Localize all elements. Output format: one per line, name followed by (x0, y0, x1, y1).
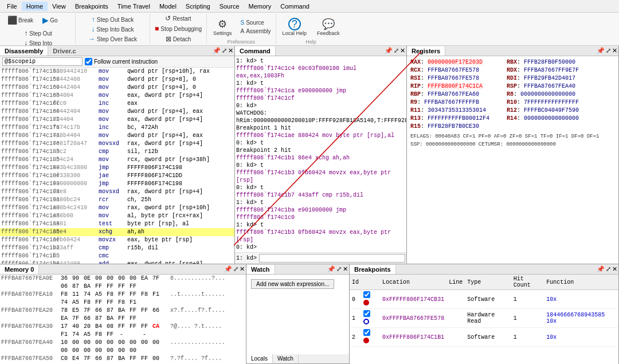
asm-row[interactable]: fffff806`f174c185 8b4c24 mov rcx, qword … (0, 156, 234, 164)
asm-row[interactable]: fffff806`f174c189 483b4c3800 jmp FFFFF80… (0, 164, 234, 172)
asm-row[interactable]: fffff806`f174c153 4889442410 mov qword p… (0, 68, 234, 76)
detach-btn[interactable]: ⊠ Detach (163, 34, 194, 44)
bp-popout-icon[interactable]: ⤢ (606, 265, 611, 273)
asm-row[interactable]: fffff806`f174c158 c7442408 mov dword ptr… (0, 76, 234, 84)
asm-row[interactable]: fffff806`f174c17a 488b4404 mov dword ptr… (0, 132, 234, 140)
menu-memory[interactable]: Memory (244, 2, 276, 11)
asm-row[interactable]: fffff806`f174c1ab 86e4 xchg ah,ah (0, 228, 234, 236)
asm-row[interactable]: fffff806`f174c193 e900000000 jmp FFFFF80… (0, 180, 234, 188)
step-out-back-btn[interactable]: ↑ Step Out Back (89, 15, 136, 24)
feedback-icon: 💬 (322, 18, 335, 30)
asm-row[interactable]: fffff806`f174c183 3bc2 cmp sil, r12b (0, 148, 234, 156)
cmd-line: 1: kd> t (236, 57, 405, 65)
locals-tab[interactable]: Locals (246, 354, 273, 363)
asm-row[interactable]: fffff806`f174c1ae 0fb60424 movzx eax, by… (0, 236, 234, 244)
asm-row[interactable]: fffff806`f174c19a 4880bc24 rcr ch, 25h (0, 196, 234, 204)
bp-tab[interactable]: Breakpoints (350, 265, 396, 274)
cmd-tab[interactable]: Command (235, 46, 276, 56)
feedback-btn[interactable]: 💬 Feedback (313, 16, 344, 38)
bp-close-icon[interactable]: ✕ (612, 265, 617, 273)
disasm-address-input[interactable] (2, 57, 83, 66)
add-watch-btn[interactable]: Add new watch expression... (251, 279, 334, 289)
go-button[interactable]: ▶ Go (38, 14, 61, 26)
asm-row[interactable]: fffff806`f174c1a8 8401 test byte ptr [rs… (0, 220, 234, 228)
disasm-popout-icon[interactable]: ⤢ (222, 47, 227, 54)
asm-row[interactable]: fffff806`f174c1a5 488b00 mov al, byte pt… (0, 212, 234, 220)
menu-model[interactable]: Model (155, 2, 181, 11)
asm-row[interactable]: fffff806`f174c176 f174c17b inc bc, 472Ah (0, 124, 234, 132)
asm-addr: fffff806`f174c198 (1, 188, 53, 196)
reg-item: RDI: FFFB29FB42D4017 (507, 75, 598, 83)
mem-byte: 66 (81, 315, 93, 323)
bp-enabled-check[interactable] (363, 291, 370, 298)
watch-tab[interactable]: Watch (246, 265, 275, 274)
bp-row[interactable]: 2 0xFFFFF806F174C1B1 Software 1 10x (350, 328, 618, 347)
mem-popout-icon[interactable]: ⤢ (233, 265, 238, 273)
asm-row[interactable]: fffff806`f174c16e 89442404 mov dword ptr… (0, 108, 234, 116)
menu-scripting[interactable]: Scripting (181, 2, 215, 11)
menu-breakpoints[interactable]: Breakpoints (70, 2, 113, 11)
disasm-tab[interactable]: Disassembly (0, 46, 48, 56)
assembly-btn[interactable]: A Assembly (238, 28, 273, 35)
step-over-back-btn[interactable]: → Step Over Back (86, 34, 139, 44)
asm-row[interactable]: fffff806`f174c1b2 443aff cmp r15b, dil (0, 244, 234, 252)
asm-row[interactable]: fffff806`f174c1a0 488b4c2410 mov rax, qw… (0, 204, 234, 212)
asm-addr: fffff806`f174c168 (1, 92, 53, 100)
menu-source[interactable]: Source (215, 2, 244, 11)
menu-home[interactable]: Home (22, 2, 48, 11)
disasm-pin-icon[interactable]: 📌 (213, 47, 221, 54)
disasm-tab-icons: 📌 ⤢ ✕ (211, 46, 234, 56)
watch-tab-item[interactable]: Watch (273, 354, 299, 363)
asm-row[interactable]: fffff806`f174c168 8b4004 mov eax, dword … (0, 92, 234, 100)
restart-btn[interactable]: ↺ Restart (163, 14, 193, 23)
reg-row: R9: FFFBA87667FFFFFBR10: 7FFFFFFFFFFFFFF… (410, 99, 615, 107)
reg-close-icon[interactable]: ✕ (612, 47, 617, 54)
bp-pin-icon[interactable]: 📌 (597, 265, 605, 273)
watch-close-icon[interactable]: ✕ (343, 265, 348, 273)
asm-row[interactable]: fffff806`f174c1b6 03442408 add eax, dwor… (0, 260, 234, 264)
asm-row[interactable]: fffff806`f174c18e 0f338300 jae FFFFF806F… (0, 172, 234, 180)
cmd-input[interactable] (259, 254, 405, 263)
asm-row[interactable]: fffff806`f174c198 d1e8 movsxd rax, dword… (0, 188, 234, 196)
mem-byte: 87 (104, 355, 116, 363)
menu-time-travel[interactable]: Time Travel (113, 2, 155, 11)
bp-type: Software (465, 328, 511, 347)
asm-row[interactable]: fffff806`f174c16c ffc0 inc eax (0, 100, 234, 108)
break-button[interactable]: ⬛ Break (3, 14, 37, 26)
menu-file[interactable]: File (2, 2, 22, 11)
asm-row[interactable]: fffff806`f174c17e 6681f20a47 movsxd rax,… (0, 140, 234, 148)
cmd-close-icon[interactable]: ✕ (400, 47, 405, 54)
asm-row[interactable]: fffff806`f174c1b5 f5 cmc (0, 252, 234, 260)
stop-debug-btn[interactable]: ■ Stop Debugging (152, 24, 204, 33)
step-out-btn[interactable]: ↑ Step Out (22, 29, 54, 38)
bp-enabled-check[interactable] (363, 310, 370, 317)
asm-row[interactable]: fffff806`f174c160 c7442404 mov dword ptr… (0, 84, 234, 92)
source-btn[interactable]: S Source (238, 19, 273, 26)
step-into-back-btn[interactable]: ↓ Step Into Back (89, 25, 136, 34)
bp-row[interactable]: 0 0xFFFFF806F174CB31 Software 1 10x (350, 290, 618, 309)
mem-tab[interactable]: Memory 0 (0, 265, 39, 274)
watch-popout-icon[interactable]: ⤢ (336, 265, 342, 273)
go-icon: ▶ (42, 15, 49, 25)
reg-popout-icon[interactable]: ⤢ (606, 47, 611, 54)
follow-checkbox[interactable] (85, 58, 92, 65)
menu-view[interactable]: View (48, 2, 70, 11)
bp-enabled-check[interactable] (363, 329, 370, 336)
watch-pin-icon[interactable]: 📌 (327, 265, 335, 273)
cmd-line: 1: kd> t (236, 221, 405, 229)
settings-btn[interactable]: ⚙ Settings (209, 16, 236, 38)
reg-tab[interactable]: Registers (407, 46, 445, 56)
menubar: File Home View Breakpoints Time Travel M… (0, 0, 619, 13)
menu-command[interactable]: Command (276, 2, 314, 11)
cmd-popout-icon[interactable]: ⤢ (394, 47, 399, 54)
reg-pin-icon[interactable]: 📌 (597, 47, 605, 54)
local-help-btn[interactable]: ? Local Help (279, 16, 311, 38)
asm-row[interactable]: fffff806`f174c172 8b4404 mov eax, dword … (0, 116, 234, 124)
mem-pin-icon[interactable]: 📌 (224, 265, 232, 273)
bp-type: Hardware Read (465, 309, 511, 328)
mem-close-icon[interactable]: ✕ (240, 265, 245, 273)
disasm-close-icon[interactable]: ✕ (228, 47, 233, 54)
reg-row: RBP: FFFBA87667FEA60R8: 0000000000000000 (410, 91, 615, 99)
bp-row[interactable]: 1 0xFFFFBA87667FE578 Hardware Read 1 184… (350, 309, 618, 328)
cmd-pin-icon[interactable]: 📌 (385, 47, 393, 54)
